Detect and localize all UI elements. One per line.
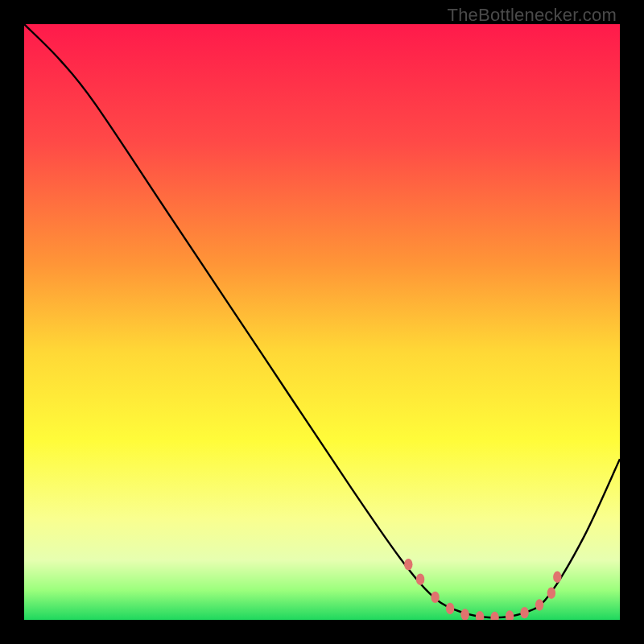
marker-dot: [547, 588, 555, 599]
marker-dot: [431, 592, 439, 603]
marker-dot: [446, 603, 454, 614]
marker-dot: [553, 572, 561, 583]
watermark-text: TheBottlenecker.com: [448, 5, 617, 26]
marker-dot: [404, 559, 412, 570]
chart-canvas: [24, 24, 620, 620]
gradient-background: [24, 24, 620, 620]
marker-dot: [535, 599, 543, 610]
marker-dot: [520, 607, 528, 618]
plot-area: [24, 24, 620, 620]
marker-dot: [416, 573, 424, 584]
chart-frame: TheBottlenecker.com: [0, 0, 644, 644]
marker-dot: [460, 609, 469, 620]
